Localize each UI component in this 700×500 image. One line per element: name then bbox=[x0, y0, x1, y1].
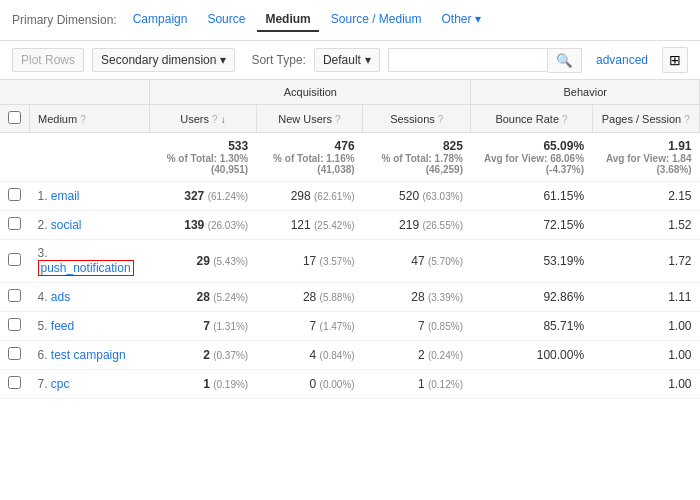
row-checkbox-cell[interactable] bbox=[0, 182, 30, 211]
medium-cell: 6. test campaign bbox=[30, 341, 150, 370]
search-input[interactable] bbox=[388, 48, 548, 72]
advanced-link[interactable]: advanced bbox=[590, 49, 654, 71]
medium-header: Medium ? bbox=[30, 105, 150, 133]
sessions-header[interactable]: Sessions ? bbox=[363, 105, 471, 133]
row-checkbox-cell[interactable] bbox=[0, 240, 30, 283]
chevron-down-icon: ▾ bbox=[220, 53, 226, 67]
acquisition-group-header: Acquisition bbox=[150, 80, 471, 105]
nav-tab-source-medium[interactable]: Source / Medium bbox=[323, 8, 430, 32]
row-checkbox-cell[interactable] bbox=[0, 211, 30, 240]
sessions-cell: 219 (26.55%) bbox=[363, 211, 471, 240]
data-table: Acquisition Behavior Medium ? Users ? ↓ … bbox=[0, 80, 700, 399]
medium-col-header bbox=[0, 80, 150, 105]
bounce-rate-cell: 85.71% bbox=[471, 312, 592, 341]
row-checkbox-cell[interactable] bbox=[0, 283, 30, 312]
toolbar: Plot Rows Secondary dimension ▾ Sort Typ… bbox=[0, 41, 700, 80]
medium-link[interactable]: feed bbox=[51, 319, 74, 333]
row-checkbox-cell[interactable] bbox=[0, 312, 30, 341]
new-users-cell: 17 (3.57%) bbox=[256, 240, 362, 283]
grid-view-button[interactable]: ⊞ bbox=[662, 47, 688, 73]
summary-sessions: 825 % of Total: 1.78% (46,259) bbox=[363, 133, 471, 182]
pages-session-cell: 1.00 bbox=[592, 370, 699, 399]
help-icon-sessions[interactable]: ? bbox=[438, 114, 444, 125]
bounce-rate-cell: 100.00% bbox=[471, 341, 592, 370]
new-users-cell: 4 (0.84%) bbox=[256, 341, 362, 370]
new-users-cell: 121 (25.42%) bbox=[256, 211, 362, 240]
new-users-cell: 28 (5.88%) bbox=[256, 283, 362, 312]
bounce-rate-cell: 61.15% bbox=[471, 182, 592, 211]
primary-dimension-label: Primary Dimension: bbox=[12, 13, 117, 27]
new-users-header[interactable]: New Users ? bbox=[256, 105, 362, 133]
nav-tab-other[interactable]: Other ▾ bbox=[433, 8, 488, 32]
bounce-rate-cell: 92.86% bbox=[471, 283, 592, 312]
new-users-cell: 298 (62.61%) bbox=[256, 182, 362, 211]
bounce-rate-header[interactable]: Bounce Rate ? bbox=[471, 105, 592, 133]
search-button[interactable]: 🔍 bbox=[548, 48, 582, 73]
behavior-group-header: Behavior bbox=[471, 80, 700, 105]
pages-session-cell: 2.15 bbox=[592, 182, 699, 211]
help-icon-bounce-rate[interactable]: ? bbox=[562, 114, 568, 125]
nav-tab-campaign[interactable]: Campaign bbox=[125, 8, 196, 32]
medium-cell: 3. push_notification bbox=[30, 240, 150, 283]
pages-session-cell: 1.00 bbox=[592, 312, 699, 341]
sort-arrow-users: ↓ bbox=[221, 114, 226, 125]
table-row: 4. ads 28 (5.24%) 28 (5.88%) 28 (3.39%) … bbox=[0, 283, 700, 312]
pages-session-cell: 1.52 bbox=[592, 211, 699, 240]
bounce-rate-cell bbox=[471, 370, 592, 399]
bounce-rate-cell: 53.19% bbox=[471, 240, 592, 283]
summary-label-cell bbox=[30, 133, 150, 182]
medium-cell: 2. social bbox=[30, 211, 150, 240]
users-cell: 327 (61.24%) bbox=[150, 182, 256, 211]
sessions-cell: 1 (0.12%) bbox=[363, 370, 471, 399]
pages-session-header[interactable]: Pages / Session ? bbox=[592, 105, 699, 133]
medium-link[interactable]: ads bbox=[51, 290, 70, 304]
sessions-cell: 47 (5.70%) bbox=[363, 240, 471, 283]
medium-cell: 7. cpc bbox=[30, 370, 150, 399]
pages-session-cell: 1.00 bbox=[592, 341, 699, 370]
sessions-cell: 520 (63.03%) bbox=[363, 182, 471, 211]
users-cell: 29 (5.43%) bbox=[150, 240, 256, 283]
sessions-cell: 2 (0.24%) bbox=[363, 341, 471, 370]
primary-nav: Primary Dimension: Campaign Source Mediu… bbox=[0, 0, 700, 41]
search-box: 🔍 bbox=[388, 48, 582, 73]
pages-session-cell: 1.72 bbox=[592, 240, 699, 283]
users-cell: 139 (26.03%) bbox=[150, 211, 256, 240]
summary-bounce-rate: 65.09% Avg for View: 68.06% (-4.37%) bbox=[471, 133, 592, 182]
table-row: 7. cpc 1 (0.19%) 0 (0.00%) 1 (0.12%) 1.0… bbox=[0, 370, 700, 399]
help-icon-medium[interactable]: ? bbox=[80, 114, 86, 125]
secondary-dimension-button[interactable]: Secondary dimension ▾ bbox=[92, 48, 235, 72]
medium-link[interactable]: test campaign bbox=[51, 348, 126, 362]
users-cell: 2 (0.37%) bbox=[150, 341, 256, 370]
nav-tab-medium[interactable]: Medium bbox=[257, 8, 318, 32]
summary-users: 533 % of Total: 1.30% (40,951) bbox=[150, 133, 256, 182]
chevron-down-icon-sort: ▾ bbox=[365, 53, 371, 67]
sessions-cell: 28 (3.39%) bbox=[363, 283, 471, 312]
users-cell: 1 (0.19%) bbox=[150, 370, 256, 399]
medium-link[interactable]: social bbox=[51, 218, 82, 232]
medium-link[interactable]: cpc bbox=[51, 377, 70, 391]
table-row: 3. push_notification 29 (5.43%) 17 (3.57… bbox=[0, 240, 700, 283]
help-icon-users[interactable]: ? bbox=[212, 114, 218, 125]
row-checkbox-cell[interactable] bbox=[0, 341, 30, 370]
sort-default-button[interactable]: Default ▾ bbox=[314, 48, 380, 72]
help-icon-new-users[interactable]: ? bbox=[335, 114, 341, 125]
plot-rows-button[interactable]: Plot Rows bbox=[12, 48, 84, 72]
pages-session-cell: 1.11 bbox=[592, 283, 699, 312]
row-checkbox-cell[interactable] bbox=[0, 370, 30, 399]
users-cell: 28 (5.24%) bbox=[150, 283, 256, 312]
summary-row: 533 % of Total: 1.30% (40,951) 476 % of … bbox=[0, 133, 700, 182]
table-row: 1. email 327 (61.24%) 298 (62.61%) 520 (… bbox=[0, 182, 700, 211]
sort-type-label: Sort Type: bbox=[251, 53, 305, 67]
sessions-cell: 7 (0.85%) bbox=[363, 312, 471, 341]
users-cell: 7 (1.31%) bbox=[150, 312, 256, 341]
medium-cell: 5. feed bbox=[30, 312, 150, 341]
medium-cell: 1. email bbox=[30, 182, 150, 211]
help-icon-pages-session[interactable]: ? bbox=[684, 114, 690, 125]
new-users-cell: 0 (0.00%) bbox=[256, 370, 362, 399]
medium-link[interactable]: email bbox=[51, 189, 80, 203]
nav-tab-source[interactable]: Source bbox=[199, 8, 253, 32]
users-header[interactable]: Users ? ↓ bbox=[150, 105, 256, 133]
table-row: 5. feed 7 (1.31%) 7 (1.47%) 7 (0.85%) 85… bbox=[0, 312, 700, 341]
medium-link[interactable]: push_notification bbox=[38, 260, 134, 276]
select-all-checkbox-header[interactable] bbox=[0, 105, 30, 133]
